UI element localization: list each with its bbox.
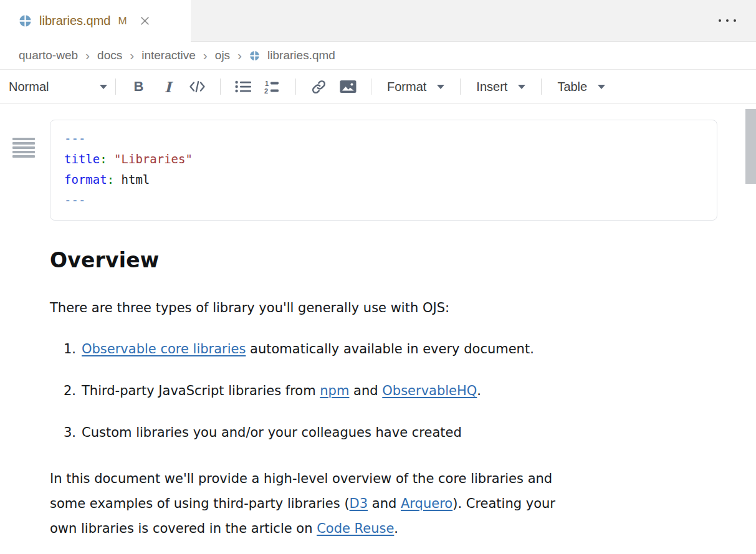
closing-paragraph[interactable]: In this document we'll provide a high-le… <box>50 466 717 541</box>
bullet-list-button[interactable] <box>229 74 258 100</box>
format-menu-label: Format <box>387 80 426 94</box>
breadcrumb-item-docs[interactable]: docs <box>97 49 122 62</box>
link-observable-core-libraries[interactable]: Observable core libraries <box>82 341 246 356</box>
bold-icon: B <box>134 79 144 95</box>
link-code-reuse[interactable]: Code Reuse <box>317 521 394 536</box>
insert-menu[interactable]: Insert <box>469 80 533 94</box>
list-item-number: 3. <box>50 424 76 441</box>
tab-libraries-qmd[interactable]: libraries.qmd M <box>0 0 191 42</box>
list-item[interactable]: 1.Observable core libraries automaticall… <box>50 341 717 358</box>
drag-handle-icon[interactable] <box>12 136 35 160</box>
more-actions-icon[interactable] <box>717 16 737 26</box>
editor-canvas: ---title: "Libraries"format: html--- Ove… <box>0 120 756 541</box>
chevron-right-icon: › <box>237 49 242 63</box>
intro-paragraph[interactable]: There are three types of library you'll … <box>50 300 717 315</box>
bold-button[interactable]: B <box>124 74 153 100</box>
toolbar-divider <box>220 79 221 95</box>
list-item-number: 1. <box>50 341 76 358</box>
chevron-down-icon <box>100 85 107 89</box>
visual-editor-window: libraries.qmd M quarto-web › docs › inte… <box>0 0 756 554</box>
close-icon[interactable] <box>140 16 150 26</box>
insert-image-button[interactable] <box>333 74 363 100</box>
toolbar-divider <box>115 79 116 95</box>
table-menu[interactable]: Table <box>550 80 613 94</box>
link-arquero[interactable]: Arquero <box>401 496 452 511</box>
code-icon <box>189 80 206 93</box>
tab-title: libraries.qmd <box>39 14 110 28</box>
link-icon <box>311 79 327 95</box>
italic-icon: I <box>165 79 171 95</box>
tab-bar: libraries.qmd M <box>0 0 756 42</box>
insert-link-button[interactable] <box>304 74 333 100</box>
quarto-icon <box>249 50 260 61</box>
breadcrumb-item-interactive[interactable]: interactive <box>141 49 196 62</box>
toolbar-divider <box>295 79 296 95</box>
format-menu[interactable]: Format <box>380 80 452 94</box>
yaml-metadata-block[interactable]: ---title: "Libraries"format: html--- <box>50 120 717 221</box>
paragraph-style-select[interactable]: Normal <box>9 80 107 94</box>
insert-menu-label: Insert <box>476 80 507 94</box>
chevron-down-icon <box>598 85 605 89</box>
tab-strip-empty <box>191 0 756 42</box>
numbered-list-icon: 1 2 <box>264 80 281 94</box>
breadcrumb: quarto-web › docs › interactive › ojs › … <box>0 42 756 70</box>
toolbar-divider <box>371 79 371 95</box>
chevron-right-icon: › <box>130 49 134 63</box>
modified-badge: M <box>118 15 127 27</box>
bullet-list-icon <box>235 80 252 93</box>
link-d3[interactable]: D3 <box>350 496 368 511</box>
heading-overview[interactable]: Overview <box>50 248 717 272</box>
image-icon <box>340 80 356 93</box>
link-observablehq[interactable]: ObservableHQ <box>382 383 477 398</box>
link-npm[interactable]: npm <box>320 383 349 398</box>
paragraph-style-value: Normal <box>9 80 49 94</box>
format-toolbar: Normal B I 1 <box>0 70 756 104</box>
breadcrumb-item-ojs[interactable]: ojs <box>215 49 230 62</box>
list-item-number: 2. <box>50 383 76 399</box>
toolbar-divider <box>460 79 461 95</box>
chevron-down-icon <box>437 85 444 89</box>
chevron-down-icon <box>518 85 525 89</box>
breadcrumb-item-libraries-qmd[interactable]: libraries.qmd <box>267 49 335 62</box>
chevron-right-icon: › <box>203 49 208 63</box>
list-item[interactable]: 2.Third-party JavaScript libraries from … <box>50 383 717 399</box>
list-item[interactable]: 3.Custom libraries you and/or your colle… <box>50 424 717 441</box>
breadcrumb-item-quarto-web[interactable]: quarto-web <box>19 49 78 62</box>
svg-text:1: 1 <box>265 80 269 87</box>
numbered-list-button[interactable]: 1 2 <box>258 74 287 100</box>
table-menu-label: Table <box>557 80 587 94</box>
library-types-list: 1.Observable core libraries automaticall… <box>50 341 717 441</box>
chevron-right-icon: › <box>85 49 90 63</box>
scrollbar-thumb[interactable] <box>745 109 756 184</box>
code-button[interactable] <box>183 74 212 100</box>
quarto-icon <box>19 14 32 27</box>
toolbar-divider <box>541 79 542 95</box>
italic-button[interactable]: I <box>153 74 183 100</box>
svg-text:2: 2 <box>264 87 268 94</box>
